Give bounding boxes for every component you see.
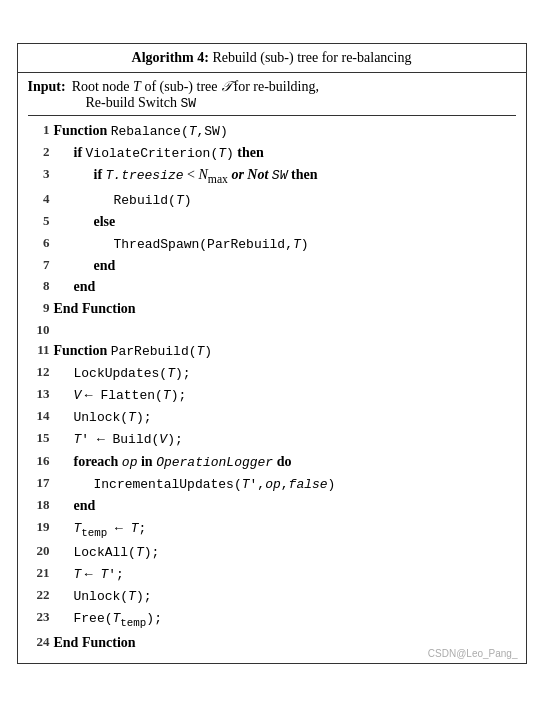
code-line-13: 13 V ← Flatten(T);	[28, 384, 516, 406]
code-line-5: 5 else	[28, 211, 516, 233]
line-num-7: 7	[28, 255, 50, 275]
line-num-8: 8	[28, 276, 50, 296]
line-num-2: 2	[28, 142, 50, 162]
line-num-17: 17	[28, 473, 50, 493]
algo-label: Algorithm 4:	[132, 50, 209, 65]
code-line-16: 16 foreach op in OperationLogger do	[28, 451, 516, 473]
algorithm-title: Algorithm 4: Rebuild (sub-) tree for re-…	[18, 44, 526, 73]
code-line-12: 12 LockUpdates(T);	[28, 362, 516, 384]
line-num-4: 4	[28, 189, 50, 209]
line-content-23: Free(Ttemp);	[54, 607, 516, 631]
line-num-24: 24	[28, 632, 50, 652]
code-line-9: 9 End Function	[28, 298, 516, 320]
line-num-12: 12	[28, 362, 50, 382]
line-content-5: else	[54, 211, 516, 233]
code-line-15: 15 T′ ← Build(V);	[28, 428, 516, 450]
code-line-1: 1 Function Rebalance(T,SW)	[28, 120, 516, 142]
line-content-1: Function Rebalance(T,SW)	[54, 120, 516, 142]
line-num-22: 22	[28, 585, 50, 605]
line-content-20: LockAll(T);	[54, 541, 516, 563]
code-line-2: 2 if ViolateCriterion(T) then	[28, 142, 516, 164]
line-num-15: 15	[28, 428, 50, 448]
line-content-8: end	[54, 276, 516, 298]
line-num-18: 18	[28, 495, 50, 515]
code-line-14: 14 Unlock(T);	[28, 406, 516, 428]
line-num-23: 23	[28, 607, 50, 627]
code-line-3: 3 if T.treesize < Nmax or Not SW then	[28, 164, 516, 189]
line-num-9: 9	[28, 298, 50, 318]
line-num-6: 6	[28, 233, 50, 253]
line-num-19: 19	[28, 517, 50, 537]
line-content-4: Rebuild(T)	[54, 189, 516, 211]
line-num-5: 5	[28, 211, 50, 231]
code-line-7: 7 end	[28, 255, 516, 277]
line-content-21: T ← T′;	[54, 563, 516, 585]
line-num-14: 14	[28, 406, 50, 426]
algorithm-box: Algorithm 4: Rebuild (sub-) tree for re-…	[17, 43, 527, 665]
line-content-12: LockUpdates(T);	[54, 362, 516, 384]
line-content-9: End Function	[54, 298, 516, 320]
line-content-11: Function ParRebuild(T)	[54, 340, 516, 362]
code-line-18: 18 end	[28, 495, 516, 517]
code-line-17: 17 IncrementalUpdates(T′,op,false)	[28, 473, 516, 495]
line-content-22: Unlock(T);	[54, 585, 516, 607]
line-content-6: ThreadSpawn(ParRebuild,T)	[54, 233, 516, 255]
code-line-11: 11 Function ParRebuild(T)	[28, 340, 516, 362]
line-num-11: 11	[28, 340, 50, 360]
input-row1: Input: Root node T of (sub-) tree 𝒯 for …	[28, 79, 516, 95]
line-content-17: IncrementalUpdates(T′,op,false)	[54, 473, 516, 495]
code-line-21: 21 T ← T′;	[28, 563, 516, 585]
input-label: Input:	[28, 79, 66, 95]
line-content-7: end	[54, 255, 516, 277]
algo-description: Rebuild (sub-) tree for re-balancing	[212, 50, 411, 65]
line-num-16: 16	[28, 451, 50, 471]
line-content-3: if T.treesize < Nmax or Not SW then	[54, 164, 516, 189]
code-line-23: 23 Free(Ttemp);	[28, 607, 516, 631]
line-content-15: T′ ← Build(V);	[54, 428, 516, 450]
line-num-3: 3	[28, 164, 50, 184]
algorithm-body: Input: Root node T of (sub-) tree 𝒯 for …	[18, 73, 526, 664]
line-num-20: 20	[28, 541, 50, 561]
line-content-14: Unlock(T);	[54, 406, 516, 428]
input-section: Input: Root node T of (sub-) tree 𝒯 for …	[28, 79, 516, 116]
line-content-2: if ViolateCriterion(T) then	[54, 142, 516, 164]
line-content-19: Ttemp ← T;	[54, 517, 516, 541]
line-num-10: 10	[28, 320, 50, 340]
line-num-13: 13	[28, 384, 50, 404]
input-row2: Re-build Switch SW	[28, 95, 516, 111]
code-line-22: 22 Unlock(T);	[28, 585, 516, 607]
line-num-21: 21	[28, 563, 50, 583]
code-line-8: 8 end	[28, 276, 516, 298]
input-text1: Root node T of (sub-) tree 𝒯 for re-buil…	[72, 79, 319, 95]
line-content-18: end	[54, 495, 516, 517]
code-line-6: 6 ThreadSpawn(ParRebuild,T)	[28, 233, 516, 255]
code-line-19: 19 Ttemp ← T;	[28, 517, 516, 541]
line-content-13: V ← Flatten(T);	[54, 384, 516, 406]
line-content-16: foreach op in OperationLogger do	[54, 451, 516, 473]
code-line-4: 4 Rebuild(T)	[28, 189, 516, 211]
code-line-10: 10	[28, 320, 516, 340]
code-line-20: 20 LockAll(T);	[28, 541, 516, 563]
watermark: CSDN@Leo_Pang_	[428, 648, 518, 659]
line-num-1: 1	[28, 120, 50, 140]
